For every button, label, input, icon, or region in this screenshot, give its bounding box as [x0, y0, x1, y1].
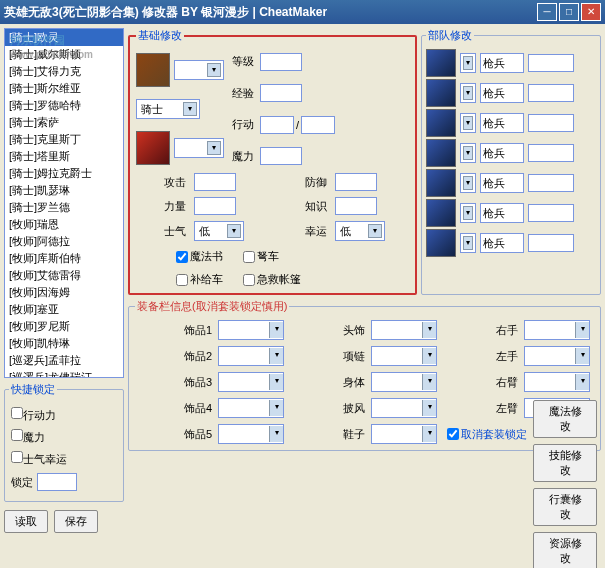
hero-list-item[interactable]: [牧师]因海姆: [5, 284, 123, 301]
equip-combo[interactable]: ▾: [371, 372, 437, 392]
hero-list-item[interactable]: [牧师]阿德拉: [5, 233, 123, 250]
attack-input[interactable]: [194, 173, 236, 191]
troop-row: ▾枪兵: [426, 109, 596, 137]
hero-list-item[interactable]: [骑士]斯尔维亚: [5, 80, 123, 97]
hero-list-item[interactable]: [牧师]塞亚: [5, 301, 123, 318]
troop-dropdown[interactable]: ▾: [460, 53, 476, 73]
troop-count-input[interactable]: [528, 174, 574, 192]
troop-icon: [426, 229, 456, 257]
skill-dropdown[interactable]: ▾: [174, 138, 224, 158]
troop-dropdown[interactable]: ▾: [460, 173, 476, 193]
load-button[interactable]: 读取: [4, 510, 48, 533]
troop-row: ▾枪兵: [426, 49, 596, 77]
morale-dropdown[interactable]: 低▾: [194, 221, 244, 241]
equip-combo[interactable]: ▾: [371, 320, 437, 340]
hero-list-item[interactable]: [骑士]塔里斯: [5, 148, 123, 165]
basic-legend: 基础修改: [136, 28, 184, 43]
class-dropdown[interactable]: 骑士▾: [136, 99, 200, 119]
luck-dropdown[interactable]: 低▾: [335, 221, 385, 241]
troop-dropdown[interactable]: ▾: [460, 203, 476, 223]
equip-legend: 装备栏信息(取消套装锁定慎用): [135, 299, 289, 314]
lock-magic-check[interactable]: 魔力: [11, 429, 117, 445]
spellbook-check[interactable]: 魔法书: [176, 249, 223, 264]
troop-count-input[interactable]: [528, 204, 574, 222]
side-button[interactable]: 技能修改: [533, 444, 597, 482]
equip-combo[interactable]: ▾: [371, 398, 437, 418]
exp-input[interactable]: [260, 84, 302, 102]
equip-combo[interactable]: ▾: [371, 346, 437, 366]
troop-row: ▾枪兵: [426, 229, 596, 257]
troop-icon: [426, 139, 456, 167]
basic-group: 基础修改 ▾ 骑士▾ ▾: [128, 28, 417, 295]
equip-combo[interactable]: ▾: [524, 372, 590, 392]
troops-group: 部队修改 ▾枪兵▾枪兵▾枪兵▾枪兵▾枪兵▾枪兵▾枪兵: [421, 28, 601, 295]
hero-list-item[interactable]: [牧师]库斯伯特: [5, 250, 123, 267]
hero-list-item[interactable]: [骑士]姆拉克爵士: [5, 165, 123, 182]
action-max-input[interactable]: [301, 116, 335, 134]
hero-list[interactable]: [骑士]欧灵[骑士]威尔斯顿[骑士]艾得力克[骑士]斯尔维亚[骑士]罗德哈特[骑…: [4, 28, 124, 378]
troop-name: 枪兵: [480, 113, 524, 133]
equip-combo[interactable]: ▾: [218, 424, 284, 444]
hero-list-item[interactable]: [骑士]罗德哈特: [5, 97, 123, 114]
hero-list-item[interactable]: [骑士]罗兰德: [5, 199, 123, 216]
equip-combo[interactable]: ▾: [371, 424, 437, 444]
magic-input[interactable]: [260, 147, 302, 165]
equip-combo[interactable]: ▾: [524, 346, 590, 366]
window-buttons: ─ □ ✕: [537, 3, 601, 21]
hero-list-item[interactable]: [骑士]威尔斯顿: [5, 46, 123, 63]
hero-list-item[interactable]: [巡逻兵]孟菲拉: [5, 352, 123, 369]
knowledge-input[interactable]: [335, 197, 377, 215]
troop-icon: [426, 169, 456, 197]
save-button[interactable]: 保存: [54, 510, 98, 533]
minimize-button[interactable]: ─: [537, 3, 557, 21]
side-button[interactable]: 资源修改: [533, 532, 597, 568]
lock-action-check[interactable]: 行动力: [11, 407, 117, 423]
maximize-button[interactable]: □: [559, 3, 579, 21]
troop-count-input[interactable]: [528, 84, 574, 102]
troop-name: 枪兵: [480, 83, 524, 103]
troop-row: ▾枪兵: [426, 199, 596, 227]
equip-combo[interactable]: ▾: [218, 398, 284, 418]
troop-dropdown[interactable]: ▾: [460, 113, 476, 133]
troop-count-input[interactable]: [528, 234, 574, 252]
side-button[interactable]: 行囊修改: [533, 488, 597, 526]
hero-list-item[interactable]: [骑士]艾得力克: [5, 63, 123, 80]
equip-combo[interactable]: ▾: [218, 320, 284, 340]
hero-list-item[interactable]: [骑士]克里斯丁: [5, 131, 123, 148]
troop-dropdown[interactable]: ▾: [460, 83, 476, 103]
troop-row: ▾枪兵: [426, 79, 596, 107]
action-cur-input[interactable]: [260, 116, 294, 134]
troop-count-input[interactable]: [528, 114, 574, 132]
troop-dropdown[interactable]: ▾: [460, 233, 476, 253]
hero-list-item[interactable]: [骑士]索萨: [5, 114, 123, 131]
close-button[interactable]: ✕: [581, 3, 601, 21]
supply-check[interactable]: 补给车: [176, 272, 223, 287]
level-input[interactable]: [260, 53, 302, 71]
equip-combo[interactable]: ▾: [218, 346, 284, 366]
lock-input[interactable]: [37, 473, 77, 491]
troop-count-input[interactable]: [528, 54, 574, 72]
defense-input[interactable]: [335, 173, 377, 191]
troop-row: ▾枪兵: [426, 169, 596, 197]
side-button[interactable]: 魔法修改: [533, 400, 597, 438]
portrait-dropdown[interactable]: ▾: [174, 60, 224, 80]
troop-dropdown[interactable]: ▾: [460, 143, 476, 163]
equip-combo[interactable]: ▾: [524, 320, 590, 340]
power-input[interactable]: [194, 197, 236, 215]
hero-list-item[interactable]: [骑士]欧灵: [5, 29, 123, 46]
titlebar: 英雄无敌3(死亡阴影合集) 修改器 BY 银河漫步 | CheatMaker ─…: [0, 0, 605, 24]
hero-list-item[interactable]: [巡逻兵]尤佛瑞汀: [5, 369, 123, 378]
lock-morale-check[interactable]: 士气幸运: [11, 451, 117, 467]
hero-list-item[interactable]: [牧师]凯特琳: [5, 335, 123, 352]
hero-list-item[interactable]: [牧师]艾德雷得: [5, 267, 123, 284]
troop-icon: [426, 49, 456, 77]
troop-name: 枪兵: [480, 53, 524, 73]
hero-list-item[interactable]: [骑士]凯瑟琳: [5, 182, 123, 199]
troop-count-input[interactable]: [528, 144, 574, 162]
quicklock-legend: 快捷锁定: [9, 382, 57, 397]
hero-list-item[interactable]: [牧师]罗尼斯: [5, 318, 123, 335]
equip-combo[interactable]: ▾: [218, 372, 284, 392]
crossbow-check[interactable]: 弩车: [243, 249, 279, 264]
hero-list-item[interactable]: [牧师]瑞恩: [5, 216, 123, 233]
tent-check[interactable]: 急救帐篷: [243, 272, 301, 287]
